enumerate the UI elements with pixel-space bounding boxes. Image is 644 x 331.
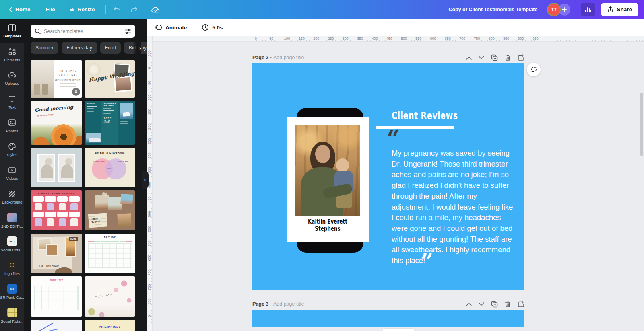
ruler-label: 650 bbox=[445, 37, 451, 41]
share-label: Share bbox=[617, 6, 632, 12]
animate-button[interactable]: Animate bbox=[154, 24, 187, 31]
sidebar-item-uploads[interactable]: Uploads bbox=[0, 66, 24, 90]
delete-page-icon[interactable] bbox=[505, 301, 511, 308]
template-column-1: BUYING SELLING LET'S WORK TOGETHER! ♛ Go… bbox=[31, 60, 82, 331]
pro-crown-badge: ♛ bbox=[72, 88, 80, 96]
insights-button[interactable] bbox=[581, 3, 595, 16]
move-page-up-icon[interactable] bbox=[466, 302, 472, 306]
template-thumbnail-philippines[interactable]: PHILIPPINES bbox=[85, 320, 135, 331]
ruler-label: 0 bbox=[147, 64, 152, 72]
search-box[interactable] bbox=[31, 25, 135, 38]
template-thumbnail-time-travel[interactable]: Time Travel bbox=[85, 190, 135, 230]
chips-scroll-right[interactable]: › bbox=[133, 42, 141, 54]
filter-icon[interactable] bbox=[125, 29, 131, 34]
polaroid-card[interactable]: Kaitlin Everett Stephens bbox=[287, 117, 369, 242]
sidebar-item-folder-logo-files[interactable]: logo files bbox=[0, 256, 24, 280]
sidebar-item-videos[interactable]: Videos bbox=[0, 161, 24, 185]
ruler-label: 400 bbox=[372, 37, 378, 41]
sidebar-item-background[interactable]: Background bbox=[0, 185, 24, 209]
sidebar-item-folder-social-rota-2[interactable]: Social Rota... bbox=[0, 304, 24, 327]
page2-header: Page 2 - Add page title bbox=[252, 53, 524, 62]
sidebar-item-folder-social-rota-1[interactable]: IAL | Social Rota... bbox=[0, 232, 24, 256]
home-button[interactable]: Home bbox=[9, 6, 31, 12]
ruler-label: 300 bbox=[343, 37, 349, 41]
text-icon bbox=[8, 95, 17, 103]
duplicate-page-icon[interactable] bbox=[491, 54, 498, 61]
closing-quote[interactable]: ” bbox=[421, 250, 433, 272]
uploads-icon bbox=[8, 71, 17, 80]
template-thumbnail-good-morning[interactable]: Good morning let the week begin! bbox=[31, 101, 82, 145]
ruler-label: 850 bbox=[503, 37, 509, 41]
ruler-label: 0 bbox=[147, 312, 152, 320]
client-reviews-heading[interactable]: Client Reviews bbox=[392, 110, 475, 121]
redo-button[interactable] bbox=[130, 6, 138, 13]
regenerate-button[interactable] bbox=[527, 63, 541, 76]
template-thumbnail-sweets-diagram[interactable]: SWEETS DIAGRAM SUGAR CANDY CHOCOLATE Swe… bbox=[85, 148, 135, 187]
template-thumbnail-bean-player[interactable]: A REAL BEAN PLAYER bbox=[31, 190, 82, 230]
save-status-button[interactable] bbox=[151, 6, 161, 14]
floating-toolbar-partial[interactable] bbox=[382, 328, 415, 331]
duplicate-page-icon[interactable] bbox=[491, 301, 498, 308]
move-page-up-icon[interactable] bbox=[466, 56, 472, 60]
ruler-label: 100 bbox=[147, 93, 152, 101]
sidebar-item-text[interactable]: Text bbox=[0, 90, 24, 114]
resize-menu[interactable]: Resize bbox=[70, 6, 95, 12]
sidebar-item-templates[interactable]: Templates bbox=[0, 19, 24, 43]
ruler-label: 800 bbox=[147, 298, 152, 306]
templates-icon bbox=[8, 23, 17, 32]
ruler-label: 300 bbox=[147, 152, 152, 160]
toolbar-divider bbox=[194, 23, 194, 32]
move-page-down-icon[interactable] bbox=[479, 56, 484, 60]
page2-title-input[interactable]: Add page title bbox=[273, 55, 304, 60]
page2-canvas[interactable]: Kaitlin Everett Stephens Client Reviews … bbox=[252, 63, 524, 290]
file-menu[interactable]: File bbox=[46, 6, 55, 12]
chip-summer[interactable]: Summer bbox=[31, 42, 58, 54]
add-page-icon[interactable] bbox=[518, 54, 524, 61]
search-input[interactable] bbox=[44, 29, 122, 34]
template-thumbnail-family-photos[interactable] bbox=[31, 148, 82, 187]
move-page-down-icon[interactable] bbox=[479, 302, 484, 306]
testimonial-text[interactable]: My pregnancy was saved by seeing Dr. Ung… bbox=[392, 148, 524, 266]
template-thumbnail-june-calendar[interactable]: JUNE 2022 bbox=[31, 276, 82, 317]
sidebar-item-elements[interactable]: Elements bbox=[0, 43, 24, 66]
document-title[interactable]: Copy of Client Testimonials Template bbox=[448, 7, 537, 12]
chip-food[interactable]: Food bbox=[100, 42, 121, 54]
sidebar-item-styles[interactable]: Styles bbox=[0, 138, 24, 161]
template-thumbnail-pink-flowers[interactable] bbox=[85, 276, 135, 317]
folder-thumbnail: SR bbox=[7, 284, 17, 294]
folder-thumbnail bbox=[7, 260, 17, 270]
folder-thumbnail: IAL | bbox=[7, 236, 17, 246]
template-thumbnail-sea-travel[interactable]: About Us SUSTAINABLE SEA TRAVEL Let's Sa… bbox=[85, 101, 135, 145]
duration-button[interactable]: 5.0s bbox=[202, 24, 223, 31]
sidebar-item-photos[interactable]: Photos bbox=[0, 114, 24, 138]
template-thumbnail-happy-wedding[interactable]: Happy Wedding bbox=[85, 60, 135, 98]
template-thumbnail-partial[interactable] bbox=[31, 320, 82, 331]
sidebar-item-folder-sr-pack[interactable]: SR SR Pack Co... bbox=[0, 280, 24, 304]
opening-quote[interactable]: “ bbox=[387, 127, 400, 149]
template-thumbnail-buying-selling[interactable]: BUYING SELLING LET'S WORK TOGETHER! ♛ bbox=[31, 60, 82, 98]
page3-canvas[interactable] bbox=[252, 310, 524, 327]
add-page-icon[interactable] bbox=[518, 301, 524, 308]
add-member-button[interactable] bbox=[558, 4, 570, 16]
template-thumbnail-july-calendar[interactable]: JULY 2022 bbox=[85, 234, 135, 273]
share-button[interactable]: Share bbox=[601, 3, 638, 16]
background-icon bbox=[8, 189, 17, 198]
undo-button[interactable] bbox=[113, 6, 121, 13]
client-photo[interactable] bbox=[295, 125, 360, 216]
panel-collapse-handle[interactable]: ‹ bbox=[142, 171, 149, 189]
template-thumbnail-de-journey[interactable]: ROME De Journey bbox=[31, 234, 82, 273]
chip-fathers-day[interactable]: Fathers day bbox=[62, 42, 97, 54]
sidebar-item-folder-2nd-edition[interactable]: 2ND EDITI... bbox=[0, 209, 24, 232]
ruler-label: 500 bbox=[147, 210, 152, 218]
filter-chips: Summer Fathers day Food Birthday bbox=[31, 42, 147, 54]
bar-chart-icon bbox=[584, 6, 592, 13]
avatar[interactable]: TT bbox=[548, 4, 560, 16]
undo-icon bbox=[113, 6, 121, 13]
ruler-label: 150 bbox=[147, 108, 152, 116]
delete-page-icon[interactable] bbox=[505, 54, 511, 61]
client-name[interactable]: Kaitlin Everett Stephens bbox=[287, 218, 369, 232]
page3-title-input[interactable]: Add page title bbox=[273, 301, 304, 307]
vertical-scrollbar[interactable] bbox=[640, 93, 643, 156]
ruler-label: 650 bbox=[147, 254, 152, 262]
duration-label: 5.0s bbox=[212, 25, 223, 31]
